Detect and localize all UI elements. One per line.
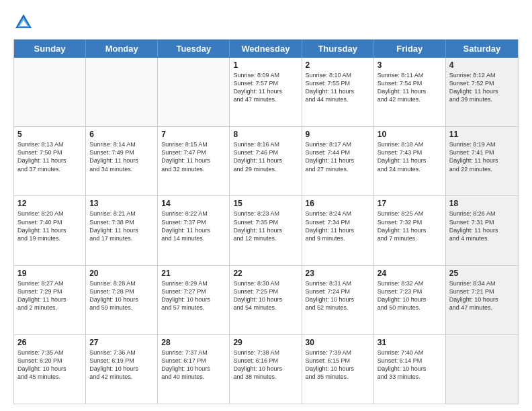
day-info: Sunrise: 8:14 AM Sunset: 7:49 PM Dayligh… xyxy=(89,140,154,173)
page: SundayMondayTuesdayWednesdayThursdayFrid… xyxy=(0,0,532,411)
day-info: Sunrise: 8:20 AM Sunset: 7:40 PM Dayligh… xyxy=(17,210,82,242)
day-number: 11 xyxy=(449,130,515,139)
day-number: 4 xyxy=(449,60,515,70)
day-info: Sunrise: 8:19 AM Sunset: 7:41 PM Dayligh… xyxy=(449,140,515,173)
day-info: Sunrise: 7:36 AM Sunset: 6:19 PM Dayligh… xyxy=(89,349,154,381)
day-cell-31: 31Sunrise: 7:40 AM Sunset: 6:14 PM Dayli… xyxy=(374,335,446,404)
day-number: 31 xyxy=(378,338,442,347)
empty-cell-0-0 xyxy=(14,58,86,126)
day-number: 23 xyxy=(306,269,370,278)
day-cell-22: 22Sunrise: 8:30 AM Sunset: 7:25 PM Dayli… xyxy=(230,266,302,334)
day-cell-2: 2Sunrise: 8:10 AM Sunset: 7:55 PM Daylig… xyxy=(302,58,374,126)
day-number: 21 xyxy=(161,269,226,278)
day-cell-27: 27Sunrise: 7:36 AM Sunset: 6:19 PM Dayli… xyxy=(86,335,158,404)
logo-icon xyxy=(13,12,34,32)
day-info: Sunrise: 7:35 AM Sunset: 6:20 PM Dayligh… xyxy=(17,349,82,381)
day-info: Sunrise: 8:15 AM Sunset: 7:47 PM Dayligh… xyxy=(161,140,226,173)
day-info: Sunrise: 8:32 AM Sunset: 7:23 PM Dayligh… xyxy=(378,279,442,312)
day-cell-15: 15Sunrise: 8:23 AM Sunset: 7:35 PM Dayli… xyxy=(230,196,302,265)
day-cell-20: 20Sunrise: 8:28 AM Sunset: 7:28 PM Dayli… xyxy=(86,266,158,334)
day-cell-23: 23Sunrise: 8:31 AM Sunset: 7:24 PM Dayli… xyxy=(302,266,374,334)
day-cell-8: 8Sunrise: 8:16 AM Sunset: 7:46 PM Daylig… xyxy=(230,127,302,195)
header-day-sunday: Sunday xyxy=(14,40,86,58)
day-cell-19: 19Sunrise: 8:27 AM Sunset: 7:29 PM Dayli… xyxy=(14,266,86,334)
day-number: 9 xyxy=(306,130,370,139)
day-cell-21: 21Sunrise: 8:29 AM Sunset: 7:27 PM Dayli… xyxy=(158,266,230,334)
calendar-row-2: 12Sunrise: 8:20 AM Sunset: 7:40 PM Dayli… xyxy=(14,195,518,265)
day-info: Sunrise: 7:37 AM Sunset: 6:17 PM Dayligh… xyxy=(161,349,226,381)
day-cell-14: 14Sunrise: 8:22 AM Sunset: 7:37 PM Dayli… xyxy=(158,196,230,265)
header-day-thursday: Thursday xyxy=(302,40,374,58)
logo xyxy=(13,12,36,32)
day-number: 26 xyxy=(17,338,82,347)
day-cell-5: 5Sunrise: 8:13 AM Sunset: 7:50 PM Daylig… xyxy=(14,127,86,195)
day-number: 24 xyxy=(378,269,442,278)
day-cell-3: 3Sunrise: 8:11 AM Sunset: 7:54 PM Daylig… xyxy=(374,58,446,126)
day-info: Sunrise: 8:11 AM Sunset: 7:54 PM Dayligh… xyxy=(378,71,442,104)
day-info: Sunrise: 7:39 AM Sunset: 6:15 PM Dayligh… xyxy=(306,349,370,381)
day-number: 10 xyxy=(378,130,442,139)
header-day-friday: Friday xyxy=(374,40,446,58)
day-number: 27 xyxy=(89,338,154,347)
day-number: 8 xyxy=(233,130,298,139)
day-number: 5 xyxy=(17,130,82,139)
day-cell-9: 9Sunrise: 8:17 AM Sunset: 7:44 PM Daylig… xyxy=(302,127,374,195)
day-info: Sunrise: 8:26 AM Sunset: 7:31 PM Dayligh… xyxy=(449,210,515,242)
day-info: Sunrise: 8:13 AM Sunset: 7:50 PM Dayligh… xyxy=(17,140,82,173)
day-number: 22 xyxy=(233,269,298,278)
day-number: 13 xyxy=(89,199,154,208)
day-info: Sunrise: 8:12 AM Sunset: 7:52 PM Dayligh… xyxy=(449,71,515,104)
day-info: Sunrise: 7:40 AM Sunset: 6:14 PM Dayligh… xyxy=(378,349,442,381)
day-number: 18 xyxy=(449,199,515,208)
day-info: Sunrise: 8:27 AM Sunset: 7:29 PM Dayligh… xyxy=(17,279,82,312)
header xyxy=(13,12,519,32)
day-cell-29: 29Sunrise: 7:38 AM Sunset: 6:16 PM Dayli… xyxy=(230,335,302,404)
day-number: 16 xyxy=(306,199,370,208)
calendar-row-3: 19Sunrise: 8:27 AM Sunset: 7:29 PM Dayli… xyxy=(14,265,518,334)
day-number: 2 xyxy=(306,60,370,70)
day-cell-26: 26Sunrise: 7:35 AM Sunset: 6:20 PM Dayli… xyxy=(14,335,86,404)
day-info: Sunrise: 8:22 AM Sunset: 7:37 PM Dayligh… xyxy=(161,210,226,242)
calendar-header: SundayMondayTuesdayWednesdayThursdayFrid… xyxy=(14,40,518,58)
day-info: Sunrise: 8:17 AM Sunset: 7:44 PM Dayligh… xyxy=(306,140,370,173)
day-number: 1 xyxy=(233,60,298,70)
day-info: Sunrise: 8:18 AM Sunset: 7:43 PM Dayligh… xyxy=(378,140,442,173)
day-info: Sunrise: 8:30 AM Sunset: 7:25 PM Dayligh… xyxy=(233,279,298,312)
day-number: 30 xyxy=(306,338,370,347)
day-cell-6: 6Sunrise: 8:14 AM Sunset: 7:49 PM Daylig… xyxy=(86,127,158,195)
day-cell-4: 4Sunrise: 8:12 AM Sunset: 7:52 PM Daylig… xyxy=(446,58,518,126)
day-info: Sunrise: 8:24 AM Sunset: 7:34 PM Dayligh… xyxy=(306,210,370,242)
day-info: Sunrise: 8:10 AM Sunset: 7:55 PM Dayligh… xyxy=(306,71,370,104)
day-number: 6 xyxy=(89,130,154,139)
day-info: Sunrise: 7:38 AM Sunset: 6:16 PM Dayligh… xyxy=(233,349,298,381)
header-day-wednesday: Wednesday xyxy=(230,40,302,58)
calendar-body: 1Sunrise: 8:09 AM Sunset: 7:57 PM Daylig… xyxy=(14,58,518,404)
calendar: SundayMondayTuesdayWednesdayThursdayFrid… xyxy=(13,39,519,404)
header-day-monday: Monday xyxy=(86,40,158,58)
calendar-row-4: 26Sunrise: 7:35 AM Sunset: 6:20 PM Dayli… xyxy=(14,334,518,404)
day-info: Sunrise: 8:31 AM Sunset: 7:24 PM Dayligh… xyxy=(306,279,370,312)
day-info: Sunrise: 8:16 AM Sunset: 7:46 PM Dayligh… xyxy=(233,140,298,173)
day-info: Sunrise: 8:21 AM Sunset: 7:38 PM Dayligh… xyxy=(89,210,154,242)
day-number: 25 xyxy=(449,269,515,278)
day-number: 28 xyxy=(161,338,226,347)
day-cell-18: 18Sunrise: 8:26 AM Sunset: 7:31 PM Dayli… xyxy=(446,196,518,265)
calendar-row-1: 5Sunrise: 8:13 AM Sunset: 7:50 PM Daylig… xyxy=(14,126,518,195)
day-cell-12: 12Sunrise: 8:20 AM Sunset: 7:40 PM Dayli… xyxy=(14,196,86,265)
day-number: 12 xyxy=(17,199,82,208)
day-cell-1: 1Sunrise: 8:09 AM Sunset: 7:57 PM Daylig… xyxy=(230,58,302,126)
empty-cell-0-2 xyxy=(158,58,230,126)
day-cell-25: 25Sunrise: 8:34 AM Sunset: 7:21 PM Dayli… xyxy=(446,266,518,334)
day-info: Sunrise: 8:34 AM Sunset: 7:21 PM Dayligh… xyxy=(449,279,515,312)
day-cell-30: 30Sunrise: 7:39 AM Sunset: 6:15 PM Dayli… xyxy=(302,335,374,404)
day-cell-28: 28Sunrise: 7:37 AM Sunset: 6:17 PM Dayli… xyxy=(158,335,230,404)
header-day-saturday: Saturday xyxy=(446,40,518,58)
day-number: 3 xyxy=(378,60,442,70)
day-number: 20 xyxy=(89,269,154,278)
day-info: Sunrise: 8:09 AM Sunset: 7:57 PM Dayligh… xyxy=(233,71,298,104)
day-number: 15 xyxy=(233,199,298,208)
day-cell-7: 7Sunrise: 8:15 AM Sunset: 7:47 PM Daylig… xyxy=(158,127,230,195)
day-info: Sunrise: 8:23 AM Sunset: 7:35 PM Dayligh… xyxy=(233,210,298,242)
day-number: 17 xyxy=(378,199,442,208)
day-number: 7 xyxy=(161,130,226,139)
